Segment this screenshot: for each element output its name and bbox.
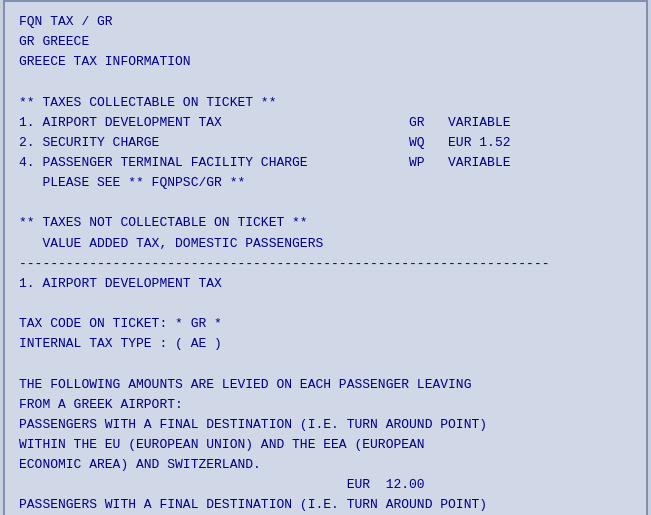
terminal-content: FQN TAX / GR GR GREECE GREECE TAX INFORM…	[19, 12, 632, 515]
terminal-window: FQN TAX / GR GR GREECE GREECE TAX INFORM…	[3, 0, 648, 515]
